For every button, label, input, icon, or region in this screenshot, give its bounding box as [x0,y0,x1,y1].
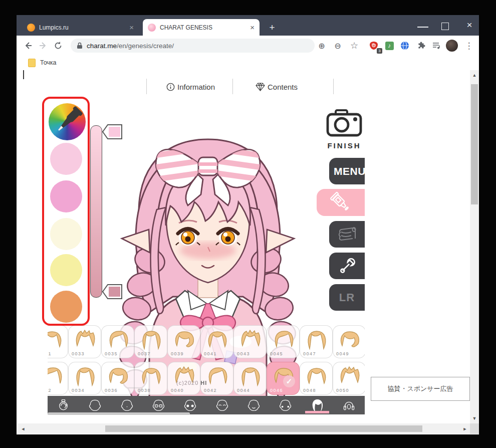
category-hair-button[interactable] [301,396,333,414]
color-wheel-button[interactable] [49,103,86,140]
hair-style-icon [172,329,196,351]
address-bar[interactable]: charat.me/en/genesis/create/ [71,39,315,53]
hair-thumbnail-0043[interactable]: 0043 [233,325,267,358]
hair-thumbnail-0050[interactable]: 0050 [333,362,365,395]
reload-icon[interactable] [51,38,66,53]
extension-badge: 3 [377,48,382,54]
hair-style-icon [139,329,163,351]
hair-thumbnail-0040[interactable]: 0040 [167,362,200,395]
forward-icon[interactable] [36,38,51,53]
slider-handle-bottom[interactable] [102,284,122,300]
minimize-button[interactable] [417,21,428,28]
scroll-left-icon[interactable]: ◄ [20,426,26,431]
finish-button[interactable]: FINISH [324,108,365,150]
hair-thumbnail-0044[interactable]: 0044 [233,362,267,395]
desktop: Lumpics.ru × CHARAT GENESIS × + × [0,0,496,448]
horizontal-scroll-thumb[interactable] [105,425,422,432]
selected-check-icon: ✓ [283,375,295,387]
hair-thumbnail-0048[interactable]: 0048 [300,362,333,395]
hair-thumbnail-0035[interactable]: 0035 [101,325,134,358]
vertical-scrollbar[interactable]: ▲ ▼ [470,70,479,423]
hair-thumbnail-0041[interactable]: 0041 [200,325,233,358]
eyebrows-icon [214,397,230,413]
contents-link[interactable]: Contents [256,81,298,92]
hair-thumbnail-0047[interactable]: 0047 [300,325,333,358]
globe-extension-icon[interactable] [398,39,411,52]
adblock-extension-icon[interactable]: 3 [367,39,380,52]
hair-thumbnail-0042[interactable]: 0042 [200,362,233,395]
category-face-shape-button[interactable] [79,396,111,414]
thumbnail-number: 0033 [72,351,85,356]
category-ears-button[interactable] [333,396,365,414]
hair-thumbnail-0037[interactable]: 0037 [134,325,167,358]
category-toolbar-scrollbar[interactable] [48,412,190,415]
hair-thumbnail-0033[interactable]: 0033 [68,325,101,358]
extensions-puzzle-icon[interactable] [414,39,427,52]
category-mouth-button[interactable] [238,396,270,414]
bookmark-item[interactable]: Точка [40,59,57,66]
url-text: charat.me/en/genesis/create/ [87,42,174,50]
category-cheeks-button[interactable] [270,396,301,414]
hair-thumbnail-0046[interactable]: 0046✓ [267,362,300,395]
color-swatch-pink[interactable] [50,180,82,212]
browser-menu-icon[interactable]: ⋮ [462,39,475,52]
playlist-extension-icon[interactable] [430,39,443,52]
tab-close-icon[interactable]: × [250,24,255,31]
hair-thumbnail-0049[interactable]: 0049 [333,325,365,358]
back-icon[interactable] [21,38,36,53]
scroll-up-icon[interactable]: ▲ [470,73,479,78]
cheeks-icon [278,397,293,413]
hair-thumbnail-0036[interactable]: 0036 [101,362,134,395]
background-tool-button[interactable] [329,221,365,248]
settings-tool-button[interactable] [329,253,365,279]
horizontal-scrollbar[interactable]: ◄ ► [18,423,470,434]
menu-button[interactable]: MENU [329,158,365,184]
tab-close-icon[interactable]: × [129,24,134,31]
hair-style-icon [106,329,130,351]
ears-icon [341,397,357,413]
hair-thumbnail-0034[interactable]: 0034 [68,362,101,395]
close-button[interactable]: × [464,20,475,30]
category-nose-button[interactable] [111,396,143,414]
new-tab-button[interactable]: + [266,21,279,34]
tab-charat-genesis[interactable]: CHARAT GENESIS × [143,19,260,36]
flag-icon [337,226,357,244]
thumbnail-number: 0039 [171,351,184,356]
skin-tool-icon [56,397,71,413]
hair-thumbnail-0031[interactable]: 0031 [48,325,68,358]
color-swatch-orange[interactable] [50,291,82,323]
information-link[interactable]: Information [166,81,215,92]
hair-thumbnail-0032[interactable]: 0032 [48,362,68,395]
hair-style-icon [305,365,329,387]
hair-style-icon [238,365,263,387]
music-extension-icon[interactable]: ♪ [383,39,396,52]
profile-avatar[interactable] [445,39,458,52]
color-palette-panel [42,97,90,326]
category-pupils-button[interactable] [174,396,206,414]
maximize-button[interactable] [441,23,449,30]
scroll-right-icon[interactable]: ► [462,426,468,431]
color-swatch-light-pink[interactable] [50,143,82,175]
color-slider-track[interactable] [90,125,102,298]
paint-tool-button-active[interactable] [317,189,365,216]
hair-style-icon [73,329,97,351]
lr-tool-button[interactable]: LR [329,284,365,311]
vertical-scroll-thumb[interactable] [471,84,478,204]
category-skin-tool-button[interactable] [48,396,79,414]
hair-thumbnail-0045[interactable]: 0045 [267,325,300,358]
thumbnail-number: 0041 [204,351,217,356]
bookmark-folder-icon [28,59,36,67]
category-eyebrows-button[interactable] [206,396,237,414]
hair-style-icon [48,329,64,351]
zoom-out-icon[interactable]: ⊖ [331,39,344,52]
tab-lumpics[interactable]: Lumpics.ru × [22,19,139,36]
scroll-down-icon[interactable]: ▼ [470,416,479,421]
zoom-in-icon[interactable]: ⊕ [315,39,328,52]
category-eyes-button[interactable] [143,396,174,414]
hair-thumbnail-0038[interactable]: 0038 [134,362,167,395]
slider-handle-top[interactable] [102,124,122,140]
bookmark-star-icon[interactable]: ☆ [348,39,361,52]
color-swatch-yellow[interactable] [50,254,82,286]
hair-thumbnail-0039[interactable]: 0039 [167,325,200,358]
color-swatch-cream[interactable] [50,218,82,250]
